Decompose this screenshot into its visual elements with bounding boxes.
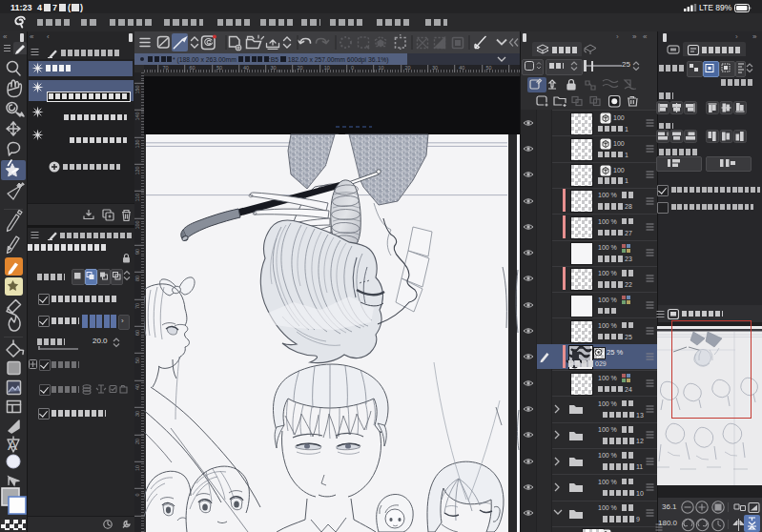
svg-text:A: A bbox=[8, 437, 17, 453]
